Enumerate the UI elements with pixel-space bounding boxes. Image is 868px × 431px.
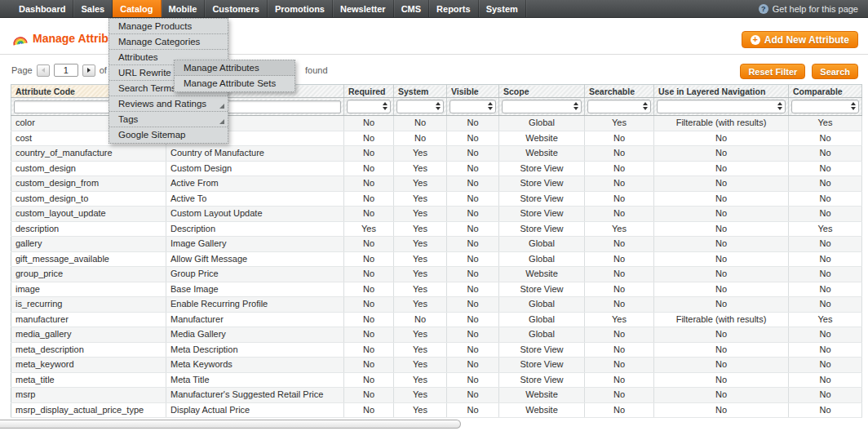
cell: No	[585, 131, 654, 146]
column-header-comparable[interactable]: Comparable	[789, 85, 862, 98]
menu-item-manage-categories[interactable]: Manage Categories	[109, 34, 228, 50]
attributes-submenu: Manage AttributesManage Attribute Sets	[174, 60, 295, 92]
cell: No	[654, 342, 789, 358]
table-row-is_recurring[interactable]: is_recurringEnable Recurring ProfileNoYe…	[11, 297, 862, 313]
cell: No	[447, 282, 499, 297]
column-header-required[interactable]: Required	[344, 85, 394, 98]
scope-filter-select[interactable]	[502, 100, 582, 113]
menu-item-tags[interactable]: Tags	[109, 112, 228, 127]
comparable-filter-select[interactable]	[791, 100, 859, 113]
table-row-custom_design_to[interactable]: custom_design_toActive ToNoYesNoStore Vi…	[11, 191, 862, 207]
reset-filter-button[interactable]: Reset Filter	[740, 64, 805, 79]
next-page-button[interactable]	[82, 64, 95, 77]
plus-icon: +	[751, 35, 760, 45]
cell: No	[585, 358, 654, 373]
cell: Store View	[499, 358, 585, 373]
previous-page-button[interactable]	[37, 64, 50, 77]
nav-item-catalog[interactable]: Catalog	[113, 0, 161, 17]
cell: Active To	[166, 191, 344, 207]
nav-item-promotions[interactable]: Promotions	[268, 0, 333, 17]
cell: No	[789, 161, 862, 176]
menu-item-manage-products[interactable]: Manage Products	[109, 19, 228, 34]
cell: msrp_display_actual_price_type	[11, 402, 166, 418]
cell: No	[789, 146, 862, 162]
cell: Yes	[394, 402, 447, 418]
horizontal-scrollbar-thumb[interactable]	[0, 420, 461, 429]
table-row-custom_design[interactable]: custom_designCustom DesignNoYesNoStore V…	[11, 161, 862, 176]
page-number-input[interactable]	[54, 64, 78, 77]
table-row-msrp[interactable]: msrpManufacturer's Suggested Retail Pric…	[11, 388, 862, 403]
table-row-group_price[interactable]: group_priceGroup PriceNoYesNoWebsiteNoNo…	[11, 267, 862, 282]
nav-item-sales[interactable]: Sales	[73, 0, 113, 17]
table-row-gallery[interactable]: galleryImage GalleryNoYesNoGlobalNoNoNo	[11, 237, 862, 252]
system-filter-select[interactable]	[396, 100, 444, 113]
cell: No	[394, 312, 447, 327]
cell: No	[447, 297, 499, 313]
cell: No	[654, 237, 789, 252]
select-stepper-icon	[643, 102, 648, 110]
submenu-item-manage-attributes[interactable]: Manage Attributes	[175, 60, 294, 76]
table-row-msrp_display_actual_price_type[interactable]: msrp_display_actual_price_typeDisplay Ac…	[11, 402, 862, 418]
table-row-country_of_manufacture[interactable]: country_of_manufactureCountry of Manufac…	[11, 146, 862, 162]
column-header-scope[interactable]: Scope	[499, 85, 585, 98]
cell: gift_message_available	[11, 251, 166, 267]
column-header-visible[interactable]: Visible	[447, 85, 499, 98]
submenu-item-manage-attribute-sets[interactable]: Manage Attribute Sets	[175, 76, 294, 91]
cell: No	[585, 297, 654, 313]
table-row-meta_title[interactable]: meta_titleMeta TitleNoYesNoStore ViewNoN…	[11, 372, 862, 388]
nav-item-newsletter[interactable]: Newsletter	[333, 0, 394, 17]
table-row-description[interactable]: descriptionDescriptionYesYesNoStore View…	[11, 221, 862, 237]
cell: Yes	[585, 312, 654, 327]
cell: No	[447, 312, 499, 327]
search-button[interactable]: Search	[812, 64, 858, 79]
table-row-manufacturer[interactable]: manufacturerManufacturerNoNoNoGlobalYesF…	[11, 312, 862, 327]
required-filter-select[interactable]	[347, 100, 391, 113]
cell: Store View	[499, 372, 585, 388]
menu-item-reviews-and-ratings[interactable]: Reviews and Ratings	[109, 96, 228, 112]
cell: Allow Gift Message	[166, 251, 344, 267]
cell: country_of_manufacture	[11, 146, 166, 162]
cell: No	[789, 342, 862, 358]
cell: No	[447, 146, 499, 162]
table-row-meta_keyword[interactable]: meta_keywordMeta KeywordsNoYesNoStore Vi…	[11, 358, 862, 373]
menu-item-google-sitemap[interactable]: Google Sitemap	[109, 127, 228, 143]
nav-item-dashboard[interactable]: Dashboard	[11, 0, 73, 17]
searchable-filter-select[interactable]	[587, 100, 651, 113]
table-row-meta_description[interactable]: meta_descriptionMeta DescriptionNoYesNoS…	[11, 342, 862, 358]
select-stepper-icon	[436, 102, 441, 110]
cell: No	[344, 161, 394, 176]
cell: No	[344, 146, 394, 162]
table-row-custom_design_from[interactable]: custom_design_fromActive FromNoYesNoStor…	[11, 176, 862, 192]
nav-item-customers[interactable]: Customers	[205, 0, 267, 17]
column-header-system[interactable]: System	[394, 85, 447, 98]
cell: Yes	[394, 161, 447, 176]
nav-item-cms[interactable]: CMS	[394, 0, 429, 17]
cell: is_recurring	[11, 297, 166, 313]
nav-item-system[interactable]: System	[479, 0, 526, 17]
nav-item-reports[interactable]: Reports	[429, 0, 479, 17]
add-new-attribute-button[interactable]: + Add New Attribute	[742, 31, 858, 48]
get-help-link[interactable]: ? Get help for this page	[759, 0, 858, 18]
visible-filter-select[interactable]	[450, 100, 496, 113]
cell: No	[344, 251, 394, 267]
table-row-media_gallery[interactable]: media_galleryMedia GalleryNoYesNoGlobalN…	[11, 327, 862, 343]
submenu-arrow-icon	[219, 104, 224, 109]
cell: Yes	[394, 388, 447, 403]
cell: Description	[166, 221, 344, 237]
cell: No	[585, 146, 654, 162]
table-row-custom_layout_update[interactable]: custom_layout_updateCustom Layout Update…	[11, 207, 862, 222]
nav-item-mobile[interactable]: Mobile	[162, 0, 206, 17]
column-header-searchable[interactable]: Searchable	[585, 85, 654, 98]
cell: No	[585, 191, 654, 207]
cell: Display Actual Price	[166, 402, 344, 418]
cell: media_gallery	[11, 327, 166, 343]
cell: No	[344, 191, 394, 207]
table-row-image[interactable]: imageBase ImageNoYesNoStore ViewNoNoNo	[11, 282, 862, 297]
table-row-gift_message_available[interactable]: gift_message_availableAllow Gift Message…	[11, 251, 862, 267]
cell: No	[344, 327, 394, 343]
layered-navigation-filter-select[interactable]	[657, 100, 786, 113]
cell: No	[344, 207, 394, 222]
cell: Yes	[394, 251, 447, 267]
rainbow-icon	[11, 31, 29, 46]
column-header-use-in-layered-navigation[interactable]: Use in Layered Navigation	[654, 85, 789, 98]
